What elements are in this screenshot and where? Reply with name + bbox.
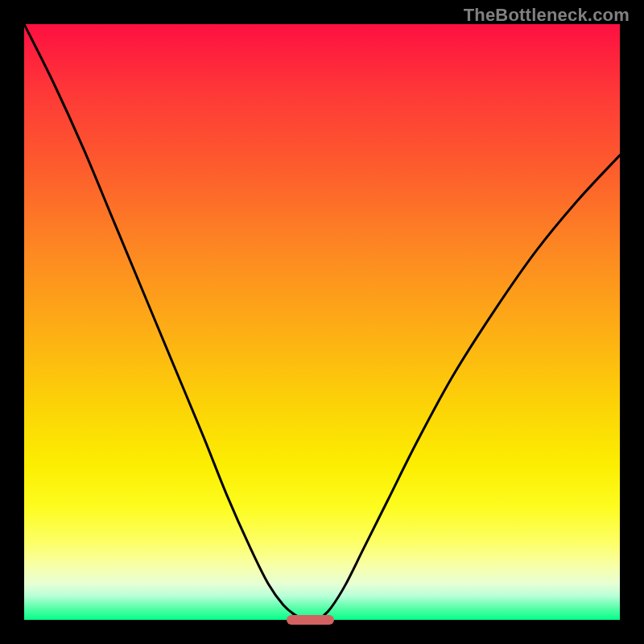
optimal-marker bbox=[287, 615, 334, 625]
watermark-text: TheBottleneck.com bbox=[464, 5, 630, 26]
plot-area bbox=[24, 24, 620, 620]
chart-frame: TheBottleneck.com bbox=[0, 0, 644, 644]
bottleneck-curve bbox=[24, 24, 620, 620]
curve-left-branch bbox=[24, 24, 313, 620]
curve-right-branch bbox=[313, 155, 620, 620]
